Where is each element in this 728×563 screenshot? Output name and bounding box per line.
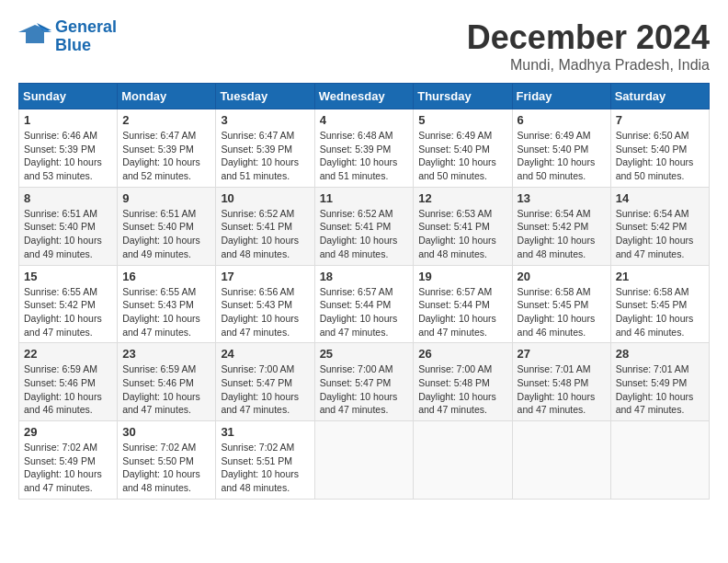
day-info: Sunrise: 6:50 AMSunset: 5:40 PMDaylight:… — [616, 129, 704, 183]
day-info: Sunrise: 6:55 AMSunset: 5:43 PMDaylight:… — [122, 285, 210, 339]
calendar-day-cell: 29Sunrise: 7:02 AMSunset: 5:49 PMDayligh… — [19, 421, 118, 500]
day-number: 31 — [221, 425, 309, 439]
day-number: 11 — [320, 191, 409, 205]
day-of-week-header: Saturday — [610, 84, 709, 109]
title-block: December 2024 Mundi, Madhya Pradesh, Ind… — [467, 18, 710, 74]
calendar-header-row: SundayMondayTuesdayWednesdayThursdayFrid… — [19, 84, 710, 109]
calendar-day-cell: 17Sunrise: 6:56 AMSunset: 5:43 PMDayligh… — [216, 265, 314, 343]
day-info: Sunrise: 6:52 AMSunset: 5:41 PMDaylight:… — [221, 207, 309, 261]
day-info: Sunrise: 6:47 AMSunset: 5:39 PMDaylight:… — [221, 129, 309, 183]
day-number: 25 — [320, 347, 409, 361]
day-info: Sunrise: 6:46 AMSunset: 5:39 PMDaylight:… — [24, 129, 112, 183]
day-info: Sunrise: 6:56 AMSunset: 5:43 PMDaylight:… — [221, 285, 309, 339]
day-info: Sunrise: 6:54 AMSunset: 5:42 PMDaylight:… — [616, 207, 704, 261]
day-number: 23 — [122, 347, 210, 361]
calendar-day-cell: 22Sunrise: 6:59 AMSunset: 5:46 PMDayligh… — [19, 343, 118, 421]
day-number: 13 — [518, 191, 606, 205]
calendar-week-row: 1Sunrise: 6:46 AMSunset: 5:39 PMDaylight… — [19, 109, 710, 188]
day-info: Sunrise: 6:58 AMSunset: 5:45 PMDaylight:… — [518, 285, 606, 339]
day-number: 28 — [616, 347, 704, 361]
day-number: 14 — [616, 191, 704, 205]
day-number: 15 — [24, 270, 112, 283]
day-of-week-header: Thursday — [414, 84, 512, 109]
day-number: 22 — [24, 347, 112, 361]
calendar-day-cell: 15Sunrise: 6:55 AMSunset: 5:42 PMDayligh… — [19, 265, 118, 343]
day-info: Sunrise: 6:53 AMSunset: 5:41 PMDaylight:… — [418, 207, 506, 261]
day-number: 20 — [518, 270, 606, 283]
day-number: 12 — [418, 191, 506, 205]
day-info: Sunrise: 6:51 AMSunset: 5:40 PMDaylight:… — [24, 207, 112, 261]
calendar-day-cell: 25Sunrise: 7:00 AMSunset: 5:47 PMDayligh… — [314, 343, 414, 421]
day-number: 8 — [24, 191, 112, 205]
calendar-day-cell: 3Sunrise: 6:47 AMSunset: 5:39 PMDaylight… — [216, 109, 314, 188]
day-info: Sunrise: 6:58 AMSunset: 5:45 PMDaylight:… — [616, 285, 704, 339]
day-info: Sunrise: 7:00 AMSunset: 5:47 PMDaylight:… — [221, 362, 309, 417]
calendar-day-cell: 31Sunrise: 7:02 AMSunset: 5:51 PMDayligh… — [216, 421, 314, 500]
day-info: Sunrise: 6:59 AMSunset: 5:46 PMDaylight:… — [24, 362, 112, 417]
day-number: 19 — [418, 270, 506, 283]
day-number: 2 — [122, 113, 210, 127]
day-info: Sunrise: 7:01 AMSunset: 5:49 PMDaylight:… — [616, 362, 704, 417]
day-info: Sunrise: 7:00 AMSunset: 5:48 PMDaylight:… — [418, 362, 506, 417]
calendar-day-cell: 2Sunrise: 6:47 AMSunset: 5:39 PMDaylight… — [118, 109, 216, 188]
calendar-week-row: 22Sunrise: 6:59 AMSunset: 5:46 PMDayligh… — [19, 343, 710, 421]
day-number: 6 — [518, 113, 606, 127]
day-info: Sunrise: 7:02 AMSunset: 5:51 PMDaylight:… — [221, 441, 309, 495]
day-number: 4 — [320, 113, 409, 127]
calendar-day-cell: 28Sunrise: 7:01 AMSunset: 5:49 PMDayligh… — [610, 343, 709, 421]
empty-cell — [610, 421, 709, 500]
day-info: Sunrise: 6:47 AMSunset: 5:39 PMDaylight:… — [122, 129, 210, 183]
calendar-day-cell: 18Sunrise: 6:57 AMSunset: 5:44 PMDayligh… — [314, 265, 414, 343]
day-number: 7 — [616, 113, 704, 127]
calendar-day-cell: 27Sunrise: 7:01 AMSunset: 5:48 PMDayligh… — [512, 343, 610, 421]
calendar-day-cell: 6Sunrise: 6:49 AMSunset: 5:40 PMDaylight… — [512, 109, 610, 188]
day-number: 21 — [616, 270, 704, 283]
day-info: Sunrise: 6:49 AMSunset: 5:40 PMDaylight:… — [518, 129, 606, 183]
empty-cell — [512, 421, 610, 500]
calendar-day-cell: 12Sunrise: 6:53 AMSunset: 5:41 PMDayligh… — [414, 187, 512, 265]
day-number: 5 — [418, 113, 506, 127]
day-number: 24 — [221, 347, 309, 361]
day-number: 29 — [24, 425, 112, 439]
day-number: 10 — [221, 191, 309, 205]
day-number: 27 — [518, 347, 606, 361]
calendar-day-cell: 23Sunrise: 6:59 AMSunset: 5:46 PMDayligh… — [118, 343, 216, 421]
day-info: Sunrise: 6:48 AMSunset: 5:39 PMDaylight:… — [320, 129, 409, 183]
calendar-day-cell: 13Sunrise: 6:54 AMSunset: 5:42 PMDayligh… — [512, 187, 610, 265]
calendar-day-cell: 11Sunrise: 6:52 AMSunset: 5:41 PMDayligh… — [314, 187, 414, 265]
month-title: December 2024 — [467, 18, 710, 57]
location: Mundi, Madhya Pradesh, India — [467, 57, 710, 74]
day-number: 18 — [320, 270, 409, 283]
calendar-day-cell: 8Sunrise: 6:51 AMSunset: 5:40 PMDaylight… — [19, 187, 118, 265]
day-of-week-header: Monday — [118, 84, 216, 109]
calendar-day-cell: 4Sunrise: 6:48 AMSunset: 5:39 PMDaylight… — [314, 109, 414, 188]
day-of-week-header: Wednesday — [314, 84, 414, 109]
day-info: Sunrise: 6:51 AMSunset: 5:40 PMDaylight:… — [122, 207, 210, 261]
empty-cell — [314, 421, 414, 500]
calendar-day-cell: 20Sunrise: 6:58 AMSunset: 5:45 PMDayligh… — [512, 265, 610, 343]
calendar-week-row: 15Sunrise: 6:55 AMSunset: 5:42 PMDayligh… — [19, 265, 710, 343]
day-number: 1 — [24, 113, 112, 127]
day-info: Sunrise: 6:54 AMSunset: 5:42 PMDaylight:… — [518, 207, 606, 261]
day-info: Sunrise: 7:02 AMSunset: 5:49 PMDaylight:… — [24, 441, 112, 495]
calendar-day-cell: 19Sunrise: 6:57 AMSunset: 5:44 PMDayligh… — [414, 265, 512, 343]
day-of-week-header: Friday — [512, 84, 610, 109]
day-info: Sunrise: 7:01 AMSunset: 5:48 PMDaylight:… — [518, 362, 606, 417]
logo-icon — [18, 23, 51, 51]
day-info: Sunrise: 6:55 AMSunset: 5:42 PMDaylight:… — [24, 285, 112, 339]
day-number: 17 — [221, 270, 309, 283]
day-info: Sunrise: 6:52 AMSunset: 5:41 PMDaylight:… — [320, 207, 409, 261]
logo-text: General Blue — [55, 18, 117, 55]
page-header: General Blue December 2024 Mundi, Madhya… — [18, 18, 710, 74]
day-number: 30 — [122, 425, 210, 439]
day-info: Sunrise: 6:57 AMSunset: 5:44 PMDaylight:… — [418, 285, 506, 339]
calendar-day-cell: 21Sunrise: 6:58 AMSunset: 5:45 PMDayligh… — [610, 265, 709, 343]
day-number: 9 — [122, 191, 210, 205]
svg-marker-0 — [18, 25, 51, 43]
day-number: 3 — [221, 113, 309, 127]
calendar-day-cell: 14Sunrise: 6:54 AMSunset: 5:42 PMDayligh… — [610, 187, 709, 265]
empty-cell — [414, 421, 512, 500]
calendar-day-cell: 10Sunrise: 6:52 AMSunset: 5:41 PMDayligh… — [216, 187, 314, 265]
calendar-day-cell: 5Sunrise: 6:49 AMSunset: 5:40 PMDaylight… — [414, 109, 512, 188]
day-of-week-header: Sunday — [19, 84, 118, 109]
